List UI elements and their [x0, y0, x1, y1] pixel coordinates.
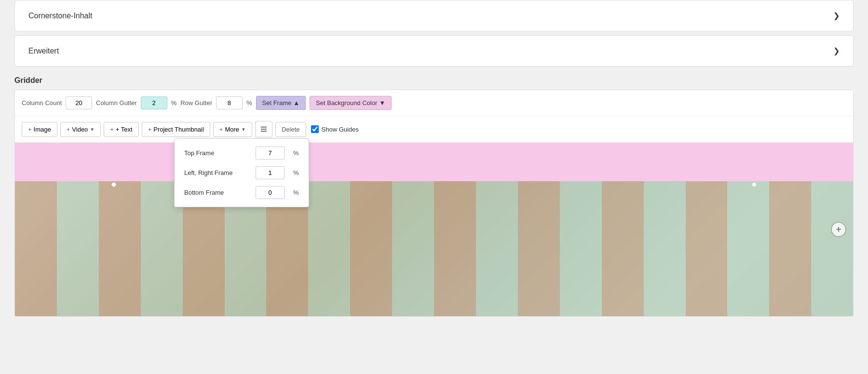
add-text-label: + Text — [116, 126, 133, 133]
gridder-container: Column Count Column Gutter % Row Gutter … — [14, 90, 854, 317]
set-background-button[interactable]: Set Background Color ▼ — [310, 96, 392, 110]
add-column-button[interactable]: + — [831, 222, 846, 237]
column-count-input[interactable] — [66, 96, 92, 109]
gridder-title: Gridder — [14, 76, 854, 85]
frame-dropdown: Top Frame % Left, Right Frame % Bottom F… — [174, 138, 309, 207]
set-frame-button[interactable]: Set Frame ▲ — [256, 96, 306, 110]
add-more-button[interactable]: + More ▼ — [213, 122, 252, 137]
marker-top-right — [752, 182, 757, 187]
top-frame-unit: % — [293, 149, 299, 157]
toolbar-row: Column Count Column Gutter % Row Gutter … — [15, 90, 853, 116]
column-count-label: Column Count — [22, 99, 62, 107]
add-image-button[interactable]: + Image — [22, 122, 57, 137]
chevron-icon-erweitert: ❯ — [833, 46, 840, 55]
add-more-label: More — [225, 126, 239, 133]
add-text-button[interactable]: + + Text — [104, 122, 138, 137]
image-section — [15, 181, 853, 316]
svg-rect-2 — [261, 131, 267, 132]
video-dropdown-arrow-icon: ▼ — [90, 127, 95, 132]
svg-rect-1 — [261, 129, 267, 130]
column-gutter-unit: % — [171, 99, 177, 107]
accordion-label-erweitert: Erweitert — [28, 47, 59, 55]
plus-image-icon: + — [28, 126, 32, 133]
accordion-label-cornerstone: Cornerstone-Inhalt — [28, 12, 93, 20]
left-right-frame-label: Left, Right Frame — [184, 169, 247, 176]
row-gutter-unit: % — [246, 99, 252, 107]
canvas-image — [15, 181, 853, 316]
plus-thumbnail-icon: + — [148, 126, 152, 133]
left-right-frame-input[interactable] — [256, 166, 285, 179]
bottom-frame-unit: % — [293, 189, 299, 196]
left-right-frame-row: Left, Right Frame % — [184, 166, 299, 179]
show-guides-checkbox[interactable] — [311, 125, 319, 133]
more-dropdown-arrow-icon: ▼ — [241, 127, 246, 132]
chevron-icon-cornerstone: ❯ — [833, 11, 840, 20]
bottom-frame-row: Bottom Frame % — [184, 186, 299, 199]
set-background-label: Set Background Color — [316, 99, 377, 107]
plus-right-icon: + — [836, 224, 841, 235]
bottom-frame-label: Bottom Frame — [184, 189, 247, 196]
add-image-label: Image — [34, 126, 51, 133]
add-video-label: Video — [72, 126, 88, 133]
set-frame-label: Set Frame — [262, 99, 292, 107]
top-frame-row: Top Frame % — [184, 147, 299, 160]
left-right-frame-unit: % — [293, 169, 299, 176]
row-gutter-label: Row Gutter — [180, 99, 212, 107]
show-guides-label[interactable]: Show Guides — [322, 126, 359, 133]
set-background-arrow: ▼ — [379, 99, 385, 107]
column-gutter-label: Column Gutter — [96, 99, 137, 107]
align-button[interactable] — [255, 121, 272, 137]
top-frame-input[interactable] — [256, 147, 285, 160]
column-gutter-input[interactable] — [141, 96, 167, 109]
align-icon — [260, 125, 267, 133]
row-gutter-input[interactable] — [216, 96, 243, 109]
show-guides-wrap: Show Guides — [311, 125, 359, 133]
add-thumbnail-label: Project Thumbnail — [153, 126, 204, 133]
gridder-section: Gridder Column Count Column Gutter % Row… — [14, 76, 854, 317]
delete-button[interactable]: Delete — [275, 122, 306, 137]
plus-video-icon: + — [67, 126, 70, 133]
accordion-section-erweitert: Erweitert ❯ — [14, 35, 854, 67]
marker-top-left — [111, 182, 116, 187]
plus-more-icon: + — [219, 126, 223, 133]
canvas-area: + — [15, 143, 853, 316]
add-video-button[interactable]: + Video ▼ — [60, 122, 101, 137]
accordion-header-erweitert[interactable]: Erweitert ❯ — [15, 36, 853, 66]
pink-top-frame — [15, 143, 853, 181]
set-frame-arrow: ▲ — [293, 99, 299, 107]
svg-rect-0 — [261, 127, 267, 128]
buttons-row: + Image + Video ▼ + + Text + Project Thu… — [15, 116, 853, 143]
top-frame-label: Top Frame — [184, 149, 247, 157]
delete-label: Delete — [282, 126, 300, 133]
accordion-header-cornerstone[interactable]: Cornerstone-Inhalt ❯ — [15, 0, 853, 31]
plus-text-icon: + — [110, 126, 114, 133]
accordion-section-cornerstone: Cornerstone-Inhalt ❯ — [14, 0, 854, 31]
bottom-frame-input[interactable] — [256, 186, 285, 199]
add-thumbnail-button[interactable]: + Project Thumbnail — [142, 122, 210, 137]
